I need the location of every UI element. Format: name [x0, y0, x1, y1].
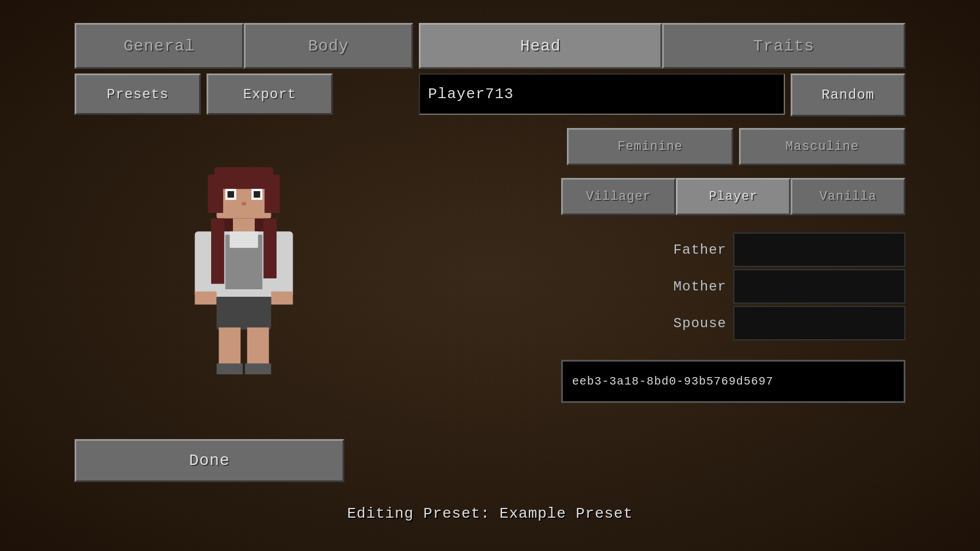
svg-rect-18 [217, 297, 271, 329]
left-panel: Presets Export [75, 73, 413, 403]
done-area: Done [75, 439, 344, 482]
presets-export-row: Presets Export [75, 73, 413, 115]
done-button[interactable]: Done [75, 439, 344, 482]
tabs-row: General Body Head Traits [75, 23, 905, 69]
relations-group: Father Mother Spouse [419, 232, 905, 343]
svg-rect-4 [265, 175, 280, 214]
svg-rect-22 [245, 363, 271, 374]
tab-general[interactable]: General [75, 23, 244, 69]
tabs-left-group: General Body [75, 23, 413, 69]
father-label: Father [658, 242, 726, 258]
svg-rect-23 [211, 219, 224, 284]
svg-rect-3 [208, 175, 223, 214]
father-input[interactable] [733, 232, 905, 267]
uuid-field: eeb3-3a18-8bd0-93b5769d5697 [561, 360, 905, 403]
svg-rect-16 [195, 292, 217, 305]
masculine-button[interactable]: Masculine [739, 128, 905, 165]
svg-rect-19 [219, 328, 240, 366]
vanilla-button[interactable]: Vanilla [791, 178, 905, 215]
tab-body[interactable]: Body [244, 23, 413, 69]
svg-rect-13 [230, 231, 258, 248]
content-area: Presets Export [75, 73, 905, 403]
svg-rect-10 [233, 219, 255, 232]
player-button[interactable]: Player [676, 178, 791, 215]
export-button[interactable]: Export [207, 73, 333, 115]
mother-row: Mother [658, 269, 905, 304]
villager-button[interactable]: Villager [561, 178, 676, 215]
name-input[interactable] [419, 73, 785, 115]
svg-rect-7 [228, 191, 234, 197]
svg-rect-17 [271, 292, 293, 305]
right-panel: Random Feminine Masculine Villager Playe… [419, 73, 905, 403]
random-button[interactable]: Random [791, 73, 905, 117]
type-row: Villager Player Vanilla [419, 178, 905, 215]
status-text: Editing Preset: Example Preset [347, 505, 633, 522]
character-sprite [181, 158, 307, 377]
svg-rect-8 [254, 191, 260, 197]
spouse-row: Spouse [658, 306, 905, 340]
character-preview [75, 132, 413, 403]
tab-head[interactable]: Head [419, 23, 662, 69]
mother-input[interactable] [733, 269, 905, 304]
svg-rect-9 [242, 202, 246, 205]
gender-row: Feminine Masculine [419, 128, 905, 165]
svg-rect-24 [263, 219, 277, 279]
tab-traits[interactable]: Traits [662, 23, 905, 69]
svg-rect-20 [247, 328, 269, 366]
svg-rect-21 [217, 363, 243, 374]
spouse-input[interactable] [733, 306, 905, 340]
father-row: Father [658, 232, 905, 267]
presets-button[interactable]: Presets [75, 73, 201, 115]
name-random-row: Random [419, 73, 905, 117]
svg-rect-2 [215, 167, 274, 189]
mother-label: Mother [658, 279, 726, 294]
feminine-button[interactable]: Feminine [567, 128, 733, 165]
spouse-label: Spouse [658, 316, 726, 331]
tabs-right-group: Head Traits [419, 23, 905, 69]
